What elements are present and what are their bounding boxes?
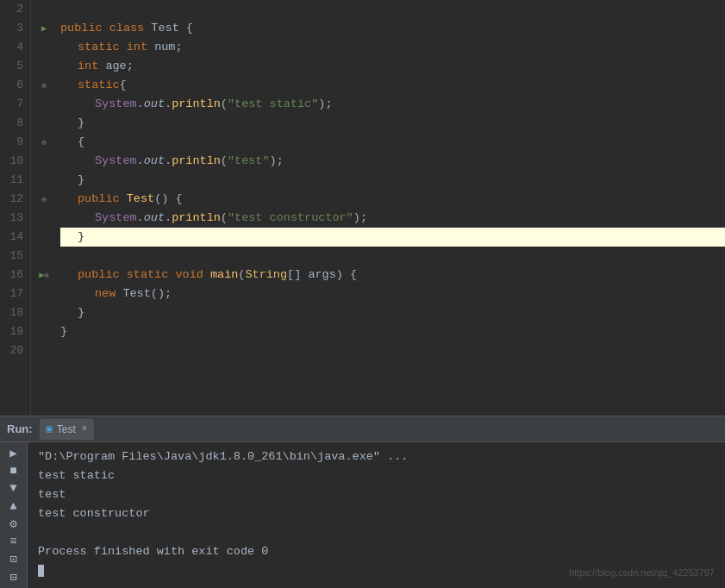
output-line-2: test [38,485,715,504]
dot: . [137,95,144,114]
gutter-row-12[interactable]: ⊖ [31,190,57,209]
fold-icon-16[interactable]: ⊖ [44,271,48,280]
gutter-row-4 [31,38,57,57]
settings-button[interactable]: ⚙ [4,516,23,531]
code-container: 2 3 4 5 6 7 8 9 10 11 12 13 14 15 16 17 … [0,0,725,416]
code-line-4: static int num; [60,38,725,57]
watermark: https://blog.csdn.net/qq_42253797 [569,566,715,581]
run-icon[interactable]: ▶ [41,23,47,34]
code-lines[interactable]: public class Test { static int num; int … [57,0,725,416]
editor-area: 2 3 4 5 6 7 8 9 10 11 12 13 14 15 16 17 … [0,0,725,416]
gutter-row-15 [31,247,57,266]
gutter-row-8 [31,114,57,133]
keyword-int: int [127,38,154,57]
run-panel: Run: ▣ Test × ▶ ■ ▼ ▲ ⚙ ≡ ⊡ ⊟ "D:\Progra… [0,416,725,588]
code-line-15 [60,247,725,266]
param-string: String [245,266,287,285]
gutter-row-6[interactable]: ⊖ [31,76,57,95]
paren-close: ); [318,95,332,114]
code-line-19: } [60,322,725,341]
paren: ( [221,95,228,114]
brace2: { [120,76,127,95]
close-brace: } [78,114,84,133]
run-toolbar: ▶ ■ ▼ ▲ ⚙ ≡ ⊡ ⊟ [0,442,28,588]
output-text-2: test [38,485,66,504]
close-brace-11: } [78,171,84,190]
gutter-row [31,0,57,19]
output-exit-text: Process finished with exit code 0 [38,542,268,561]
scroll-up-button[interactable]: ▲ [4,499,23,513]
string-test-static: "test static" [228,95,318,114]
code-line-9: { [60,133,725,152]
constructor-name: Test [127,190,154,209]
gutter-row-14 [31,228,57,247]
keyword-public: public [60,19,109,38]
keyword-static2: static [78,76,120,95]
stop-button[interactable]: ■ [4,464,23,478]
output-text-1: test static [38,466,115,485]
gutter-row-19 [31,322,57,341]
code-line-18: } [60,303,725,322]
gutter: ▶ ⊖ ⊖ ⊖ [31,0,57,416]
run-panel-header: Run: ▣ Test × [0,416,725,442]
gutter-row-9[interactable]: ⊖ [31,133,57,152]
run-button[interactable]: ▶ [4,446,23,460]
output-cmd-text: "D:\Program Files\Java\jdk1.8.0_261\bin\… [38,447,408,466]
param-args: args [308,266,335,285]
output-line-cmd: "D:\Program Files\Java\jdk1.8.0_261\bin\… [38,447,715,466]
print-button[interactable]: ⊟ [4,570,23,585]
out-field: out [144,95,165,114]
scroll-down-button[interactable]: ▼ [4,481,23,495]
code-line-3: public class Test { [60,19,725,38]
code-line-14: } [60,228,725,247]
gutter-row-7 [31,95,57,114]
dot2: . [165,95,172,114]
keyword-new: new [95,285,122,303]
layout-button[interactable]: ⊡ [4,552,23,566]
gutter-row-16[interactable]: ▶ ⊖ [31,266,57,285]
run-output[interactable]: "D:\Program Files\Java\jdk1.8.0_261\bin\… [28,442,725,588]
output-line-exit: Process finished with exit code 0 [38,542,715,561]
code-line-10: System.out.println("test"); [60,152,725,171]
fold-icon-9[interactable]: ⊖ [41,138,46,147]
tab-close-button[interactable]: × [82,424,87,434]
output-line-3: test constructor [38,504,715,523]
code-line-6: static{ [60,76,725,95]
code-line-2 [60,0,725,19]
filter-button[interactable]: ≡ [4,535,23,548]
code-line-8: } [60,114,725,133]
code-line-20 [60,341,725,360]
close-brace-14: } [78,228,84,247]
var-num: num; [154,38,182,57]
system-ref-13: System [95,209,137,228]
run-label: Run: [7,422,33,435]
close-brace-18: } [78,303,84,322]
code-line-13: System.out.println("test constructor"); [60,209,725,228]
fold-icon-12[interactable]: ⊖ [41,195,46,204]
gutter-row-18 [31,303,57,322]
code-line-5: int age; [60,57,725,76]
gutter-row-11 [31,171,57,190]
run-tab[interactable]: ▣ Test × [40,419,94,440]
var-age: age; [105,57,133,76]
brace: { [186,19,193,38]
tab-label: Test [57,423,76,435]
output-text-3: test constructor [38,504,150,523]
keyword-public-16: public [78,266,127,285]
keyword-int2: int [78,57,105,76]
gutter-row-17 [31,285,57,303]
cursor [38,565,44,577]
output-line-empty [38,523,715,542]
run-content: ▶ ■ ▼ ▲ ⚙ ≡ ⊡ ⊟ "D:\Program Files\Java\j… [0,442,725,588]
main-method: main [210,266,238,285]
gutter-row-3[interactable]: ▶ [31,19,57,38]
gutter-row-13 [31,209,57,228]
fold-icon[interactable]: ⊖ [41,81,46,91]
line-numbers: 2 3 4 5 6 7 8 9 10 11 12 13 14 15 16 17 … [0,0,31,416]
keyword-public-12: public [78,190,127,209]
keyword-class: class [109,19,152,38]
code-line-17: new Test(); [60,285,725,303]
new-test: Test(); [122,285,172,303]
gutter-row-20 [31,341,57,360]
keyword-static: static [78,38,127,57]
